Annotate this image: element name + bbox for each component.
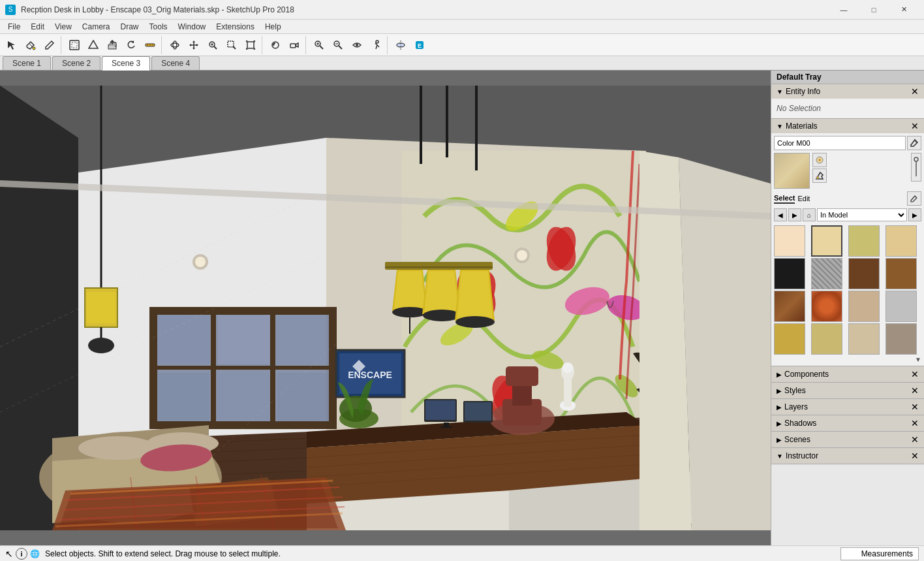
material-swatch[interactable]	[811, 291, 842, 322]
material-library-select[interactable]: In Model	[817, 208, 907, 221]
edit-pencil-button[interactable]	[907, 191, 921, 206]
nav-arrow-button[interactable]: ▶	[908, 208, 921, 221]
menu-tools[interactable]: Tools	[144, 21, 173, 33]
svg-rect-93	[506, 366, 538, 386]
material-swatch[interactable]	[811, 225, 842, 257]
materials-close[interactable]: ✕	[911, 121, 919, 131]
paint-bucket-button[interactable]	[22, 36, 40, 54]
entity-info-header[interactable]: ▼ Entity Info ✕	[771, 84, 924, 99]
rotate-button[interactable]	[122, 36, 140, 54]
svg-marker-12	[192, 48, 195, 50]
shadows-header[interactable]: ▶ Shadows ✕	[771, 415, 924, 431]
instructor-header[interactable]: ▼ Instructor ✕	[771, 448, 924, 464]
menu-camera[interactable]: Camera	[77, 21, 116, 33]
svg-rect-2	[72, 42, 77, 48]
material-swatch[interactable]	[848, 323, 880, 355]
arrow-icon: ↖	[5, 549, 13, 559]
svg-rect-19	[228, 41, 234, 47]
materials-content: Select Edit ◀ ▶ ⌂ In Model ▶	[771, 133, 924, 366]
layers-header[interactable]: ▶ Layers ✕	[771, 399, 924, 415]
3d-viewport[interactable]: ENSCAPE	[0, 71, 771, 545]
svg-point-10	[173, 41, 177, 49]
minimize-button[interactable]: —	[829, 0, 859, 20]
materials-controls	[812, 153, 827, 189]
shapes-button[interactable]	[84, 36, 102, 54]
materials-arrow: ▼	[777, 123, 783, 130]
sample-material-button[interactable]	[812, 168, 827, 183]
menu-view[interactable]: View	[50, 21, 77, 33]
components-header[interactable]: ▶ Components ✕	[771, 366, 924, 382]
materials-name-input[interactable]	[774, 136, 906, 150]
styles-header[interactable]: ▶ Styles ✕	[771, 383, 924, 398]
scroll-down-button[interactable]: ▼	[915, 356, 921, 363]
material-swatch[interactable]	[774, 291, 805, 322]
line-button[interactable]	[65, 36, 84, 54]
zoom-extents-button[interactable]	[241, 36, 260, 54]
section-plane-button[interactable]	[392, 36, 410, 54]
material-swatch[interactable]	[774, 323, 805, 355]
orbit-button[interactable]	[166, 36, 184, 54]
material-swatch[interactable]	[848, 258, 880, 289]
material-swatch[interactable]	[848, 291, 880, 322]
tab-scene4[interactable]: Scene 4	[151, 56, 200, 70]
material-swatch[interactable]	[886, 323, 917, 355]
material-swatch[interactable]	[774, 225, 805, 257]
menu-window[interactable]: Window	[173, 21, 211, 33]
material-name-icon1[interactable]	[907, 136, 921, 150]
scenes-close[interactable]: ✕	[911, 434, 919, 445]
menu-help[interactable]: Help	[260, 21, 286, 33]
styles-close[interactable]: ✕	[911, 385, 919, 396]
zoom-button[interactable]	[204, 36, 222, 54]
position-camera-button[interactable]	[285, 36, 303, 54]
svg-point-34	[376, 40, 378, 43]
edit-tab[interactable]: Edit	[797, 195, 810, 202]
walk-button[interactable]	[367, 36, 385, 54]
menu-file[interactable]: File	[3, 21, 25, 33]
tab-scene2[interactable]: Scene 2	[52, 56, 100, 70]
menu-edit[interactable]: Edit	[25, 21, 50, 33]
materials-name-row	[774, 136, 921, 150]
menu-draw[interactable]: Draw	[116, 21, 144, 33]
layers-close[interactable]: ✕	[911, 402, 919, 412]
previous-view-button[interactable]	[266, 36, 285, 54]
tab-scene3[interactable]: Scene 3	[102, 56, 150, 71]
tape-measure-button[interactable]	[141, 36, 159, 54]
instructor-close[interactable]: ✕	[911, 451, 919, 461]
svg-marker-11	[192, 40, 195, 42]
push-pull-button[interactable]	[103, 36, 121, 54]
entity-info-close[interactable]: ✕	[911, 86, 919, 97]
zoom-window-button[interactable]	[223, 36, 241, 54]
material-swatch[interactable]	[774, 258, 805, 289]
zoom-in-button[interactable]	[310, 36, 328, 54]
close-button[interactable]: ✕	[889, 0, 919, 20]
tab-scene1[interactable]: Scene 1	[3, 56, 51, 70]
material-swatch[interactable]	[886, 258, 917, 289]
materials-grid	[774, 225, 921, 355]
create-material-button[interactable]	[812, 153, 827, 167]
home-button[interactable]: ⌂	[803, 208, 816, 221]
back-button[interactable]: ◀	[774, 208, 787, 221]
zoom-out-button[interactable]	[329, 36, 347, 54]
enscape-button[interactable]: E	[410, 36, 429, 54]
pencil-button[interactable]	[40, 36, 59, 54]
menu-extensions[interactable]: Extensions	[211, 21, 260, 33]
select-tab[interactable]: Select	[774, 194, 795, 204]
material-swatch[interactable]	[886, 225, 917, 257]
materials-header[interactable]: ▼ Materials ✕	[771, 119, 924, 133]
material-swatch[interactable]	[886, 291, 917, 322]
material-swatch[interactable]	[848, 225, 880, 257]
material-swatch[interactable]	[811, 258, 842, 289]
forward-button[interactable]: ▶	[788, 208, 801, 221]
materials-scroll-area[interactable]	[774, 224, 921, 355]
pan-button[interactable]	[185, 36, 203, 54]
shadows-close[interactable]: ✕	[911, 418, 919, 428]
look-around-button[interactable]	[348, 36, 366, 54]
select-tool-button[interactable]	[3, 36, 21, 54]
scenes-header[interactable]: ▶ Scenes ✕	[771, 432, 924, 447]
components-close[interactable]: ✕	[911, 369, 919, 379]
details-button[interactable]	[911, 153, 921, 182]
maximize-button[interactable]: □	[859, 0, 889, 20]
svg-rect-1	[70, 40, 79, 50]
svg-rect-71	[158, 373, 209, 421]
material-swatch[interactable]	[811, 323, 842, 355]
